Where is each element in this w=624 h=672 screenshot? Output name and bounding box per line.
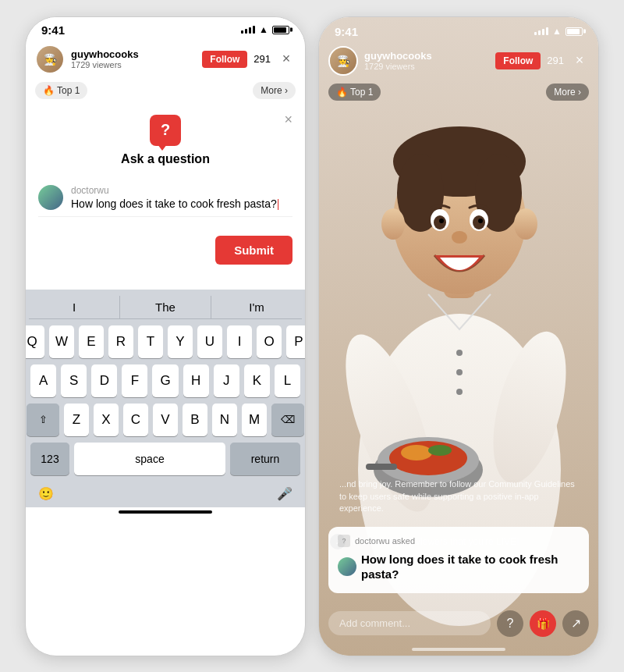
signal-bar-r3: [542, 29, 544, 35]
share-btn[interactable]: ↗: [562, 610, 589, 637]
avatar-left: 👨‍🍳: [35, 44, 65, 74]
text-cursor: |: [277, 197, 280, 210]
key-v[interactable]: V: [153, 404, 178, 436]
status-bar-right: 9:41 ▲: [319, 17, 598, 41]
user-info-left: guywhocooks 1729 viewers: [71, 48, 196, 69]
more-btn-right[interactable]: More ›: [546, 84, 589, 101]
username-left: guywhocooks: [71, 48, 196, 60]
key-r[interactable]: R: [108, 325, 133, 358]
question-action-btn[interactable]: ?: [497, 610, 523, 637]
suggest-1[interactable]: I: [29, 296, 120, 318]
signal-bar-4: [253, 26, 255, 34]
key-l[interactable]: L: [275, 364, 300, 397]
gift-btn[interactable]: 🎁: [530, 610, 556, 637]
question-card: ? doctorwu asked How long does it take t…: [328, 527, 589, 593]
top-badge-left: 🔥 Top 1: [35, 82, 87, 99]
kbd-row-4: 123 space return: [29, 443, 302, 475]
key-o[interactable]: O: [257, 325, 282, 358]
key-p[interactable]: P: [286, 325, 306, 358]
q-text: How long does it take to cook fresh past…: [71, 197, 279, 210]
question-input-area: doctorwu How long does it take to cook f…: [38, 179, 292, 217]
badge-row-right: 🔥 Top 1 More ›: [319, 80, 598, 104]
svg-point-13: [452, 231, 467, 244]
viewers-left: 1729 viewers: [71, 60, 196, 69]
key-e[interactable]: E: [79, 325, 104, 358]
key-w[interactable]: W: [49, 325, 74, 358]
signal-bars-left: [241, 26, 255, 34]
battery-icon-left: [272, 26, 289, 34]
q-card-header: ? doctorwu asked: [338, 535, 580, 547]
signal-bar-r1: [534, 32, 537, 35]
header-bar-left: 👨‍🍳 guywhocooks 1729 viewers Follow 291 …: [26, 40, 305, 79]
close-button-left[interactable]: ×: [277, 50, 296, 69]
wifi-icon-left: ▲: [259, 24, 268, 35]
suggest-2[interactable]: The: [120, 296, 211, 318]
key-delete[interactable]: ⌫: [271, 404, 304, 436]
phones-container: 9:41 ▲ 👨‍🍳 guywhocooks 1: [9, 1, 615, 672]
follow-button-left[interactable]: Follow: [202, 51, 247, 68]
key-k[interactable]: K: [244, 364, 270, 397]
key-t[interactable]: T: [138, 325, 163, 358]
wifi-icon-right: ▲: [552, 26, 562, 37]
svg-point-24: [456, 350, 463, 356]
status-icons-right: ▲: [534, 26, 583, 37]
question-icon: ?: [150, 115, 181, 146]
comment-input[interactable]: Add comment...: [328, 611, 491, 635]
status-time-right: 9:41: [335, 25, 358, 38]
signal-bar-r2: [538, 30, 541, 35]
key-return[interactable]: return: [230, 443, 300, 475]
key-y[interactable]: Y: [168, 325, 193, 358]
key-space[interactable]: space: [74, 443, 225, 475]
keyboard-util: 🙂 🎤: [29, 482, 302, 504]
svg-point-11: [439, 219, 444, 223]
signal-bars-right: [534, 27, 548, 35]
follow-button-right[interactable]: Follow: [495, 52, 541, 69]
q-card-icon: ?: [338, 535, 350, 547]
kbd-row-3: ⇧ Z X C V B N M ⌫: [29, 404, 302, 436]
key-shift[interactable]: ⇧: [27, 404, 59, 436]
key-j[interactable]: J: [214, 364, 239, 397]
key-f[interactable]: F: [122, 364, 147, 397]
key-nums[interactable]: 123: [30, 443, 69, 475]
key-b[interactable]: B: [183, 404, 207, 436]
key-i[interactable]: I: [227, 325, 252, 358]
submit-button[interactable]: Submit: [215, 236, 292, 265]
svg-point-12: [478, 219, 483, 223]
key-g[interactable]: G: [152, 364, 178, 397]
key-u[interactable]: U: [197, 325, 222, 358]
ask-title: Ask a question: [38, 152, 292, 166]
q-card-asked-by: doctorwu asked: [355, 536, 415, 546]
key-x[interactable]: X: [94, 404, 119, 436]
key-a[interactable]: A: [30, 364, 56, 397]
svg-point-14: [381, 208, 405, 240]
user-info-right: guywhocooks 1729 viewers: [364, 50, 489, 71]
home-indicator-left: [119, 510, 212, 514]
more-btn-left[interactable]: More ›: [253, 82, 296, 99]
key-s[interactable]: S: [61, 364, 87, 397]
key-q[interactable]: Q: [25, 325, 44, 358]
modal-close-btn[interactable]: ×: [284, 112, 292, 128]
signal-bar-2: [245, 29, 247, 34]
key-m[interactable]: M: [242, 404, 267, 436]
emoji-icon[interactable]: 🙂: [38, 486, 54, 501]
battery-fill-right: [567, 29, 580, 34]
mic-icon[interactable]: 🎤: [277, 486, 292, 501]
question-icon-wrap: ?: [38, 115, 292, 146]
q-card-text: How long does it take to cook fresh past…: [361, 552, 580, 582]
svg-point-15: [514, 208, 537, 240]
suggest-3[interactable]: I'm: [211, 296, 302, 318]
key-h[interactable]: H: [183, 364, 209, 397]
key-d[interactable]: D: [91, 364, 117, 397]
submit-row: Submit: [38, 229, 292, 277]
close-button-right[interactable]: ×: [570, 52, 589, 70]
key-z[interactable]: Z: [64, 404, 89, 436]
status-icons-left: ▲: [241, 24, 289, 35]
battery-fill-left: [274, 27, 286, 33]
viewer-count-left: 291: [254, 53, 271, 65]
comment-bar: Add comment... ? 🎁 ↗: [319, 610, 598, 637]
key-n[interactable]: N: [212, 404, 237, 436]
q-username: doctorwu: [71, 185, 279, 196]
kbd-row-1: Q W E R T Y U I O P: [29, 325, 302, 358]
key-c[interactable]: C: [123, 404, 148, 436]
viewers-right: 1729 viewers: [364, 62, 489, 71]
